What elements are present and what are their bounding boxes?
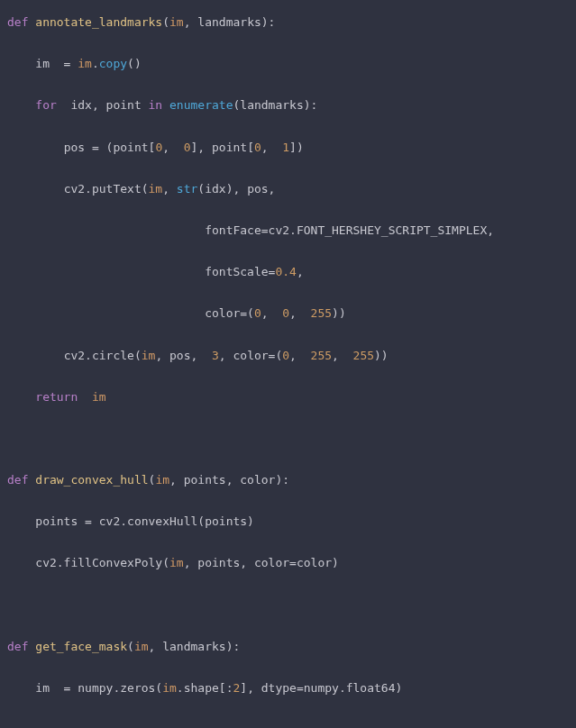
token-param: im — [134, 640, 149, 653]
token-punct: idx, point — [70, 98, 148, 112]
token-punct: ]) — [289, 141, 304, 154]
code-line: fontScale=0.4, — [7, 264, 569, 280]
token-punct: () — [127, 57, 142, 70]
token-punct: (idx), pos, — [197, 182, 275, 196]
code-line — [7, 431, 569, 447]
token-punct: ], point[ — [191, 141, 254, 154]
code-line: cv2.putText(im, str(idx), pos, — [7, 181, 569, 197]
token-num: 255 — [311, 349, 332, 362]
token-punct: . — [92, 57, 99, 70]
token-call: str — [177, 182, 197, 196]
code-line: fontFace=cv2.FONT_HERSHEY_SCRIPT_SIMPLEX… — [7, 223, 569, 239]
token-kw: for — [35, 98, 70, 112]
token-punct: , — [297, 265, 304, 278]
token-num: 0 — [254, 306, 261, 320]
token-punct: , — [289, 349, 310, 362]
token-param: im — [142, 349, 156, 362]
code-line: cv2.fillConvexPoly(im, points, color=col… — [7, 555, 569, 571]
token-num: 1 — [282, 141, 289, 154]
token-num: 0 — [254, 141, 261, 154]
token-param: im — [78, 57, 92, 70]
token-param: im — [92, 390, 106, 404]
token-param: im — [149, 182, 163, 196]
token-punct: cv2.putText( — [64, 182, 149, 196]
token-num: 0 — [282, 349, 289, 362]
token-kw: in — [149, 98, 169, 112]
token-num: 255 — [311, 306, 332, 320]
token-call: enumerate — [169, 98, 233, 112]
token-param: im — [155, 473, 169, 487]
code-line: def get_face_mask(im, landmarks): — [7, 639, 569, 655]
token-kw: return — [35, 390, 92, 404]
token-punct: , points, color=color) — [184, 556, 339, 569]
token-num: 255 — [353, 349, 374, 362]
token-param: im — [162, 681, 177, 695]
token-kw: def — [7, 473, 35, 487]
token-punct: , pos, — [155, 349, 212, 362]
code-line: cv2.circle(im, pos, 3, color=(0, 255, 25… — [7, 348, 569, 364]
code-line: return im — [7, 389, 569, 405]
token-num: 0 — [282, 306, 289, 320]
code-block: def annotate_landmarks(im, landmarks): i… — [7, 14, 569, 696]
token-punct: , — [289, 306, 310, 320]
code-line — [7, 597, 569, 614]
token-punct: , color=( — [219, 349, 282, 362]
token-punct: cv2.circle( — [64, 349, 142, 362]
token-punct: )) — [374, 349, 389, 362]
code-line: def draw_convex_hull(im, points, color): — [7, 472, 569, 488]
code-line: im = im.copy() — [7, 56, 569, 72]
token-num: 0.4 — [275, 265, 296, 278]
token-punct: color=( — [205, 306, 254, 320]
token-punct: .shape[: — [177, 681, 233, 695]
token-punct: pos = (point[ — [64, 141, 156, 154]
token-punct: points = cv2.convexHull(points) — [35, 514, 254, 528]
token-call: copy — [99, 57, 127, 70]
token-punct: , — [261, 306, 282, 320]
token-punct: , — [162, 182, 177, 196]
code-line: pos = (point[0, 0], point[0, 1]) — [7, 140, 569, 156]
token-param: im — [169, 15, 184, 29]
code-line: points = cv2.convexHull(points) — [7, 514, 569, 530]
token-punct: im = — [35, 57, 78, 70]
token-punct: im = numpy.zeros( — [35, 681, 162, 695]
token-fn: get_face_mask — [35, 640, 127, 653]
token-punct: , — [261, 141, 282, 154]
code-line: def annotate_landmarks(im, landmarks): — [7, 14, 569, 31]
token-kw: def — [7, 640, 35, 653]
token-punct: ], dtype=numpy.float64) — [240, 681, 402, 695]
token-fn: draw_convex_hull — [35, 473, 148, 487]
code-line: for idx, point in enumerate(landmarks): — [7, 97, 569, 114]
token-punct: fontScale= — [205, 265, 275, 278]
token-fn: annotate_landmarks — [35, 15, 162, 29]
code-line: color=(0, 0, 255)) — [7, 305, 569, 322]
token-punct: , — [162, 141, 183, 154]
token-punct: (landmarks): — [233, 98, 317, 112]
code-line: im = numpy.zeros(im.shape[:2], dtype=num… — [7, 680, 569, 696]
token-punct: ( — [162, 15, 169, 29]
token-punct: , landmarks): — [184, 15, 276, 29]
token-num: 3 — [212, 349, 219, 362]
token-punct: , points, color): — [169, 473, 289, 487]
token-param: im — [169, 556, 184, 569]
token-punct: cv2.fillConvexPoly( — [35, 556, 169, 569]
token-punct: , — [332, 349, 352, 362]
token-punct: )) — [332, 306, 346, 320]
token-punct: , landmarks): — [149, 640, 241, 653]
token-punct: ( — [127, 640, 134, 653]
token-kw: def — [7, 15, 35, 29]
token-num: 0 — [184, 141, 191, 154]
token-punct: fontFace=cv2.FONT_HERSHEY_SCRIPT_SIMPLEX… — [205, 223, 494, 237]
